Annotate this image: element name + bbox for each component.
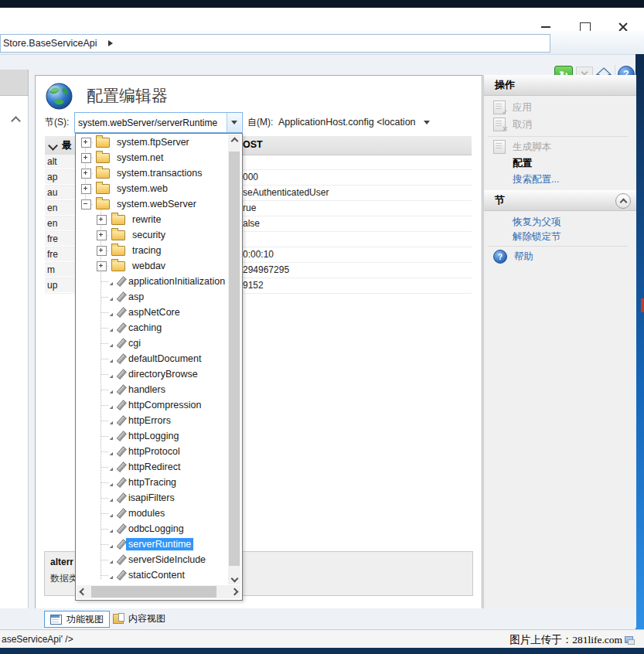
tree-item-defaultDocument[interactable]: defaultDocument (77, 351, 228, 366)
desktop-artifact (641, 298, 644, 312)
tree-item-label: serverSideInclude (126, 554, 208, 566)
section-group-header: 节 (484, 190, 636, 211)
section-pencil-icon (111, 445, 121, 458)
minimize-icon (541, 26, 550, 28)
unlock-section-link[interactable]: 解除锁定节 (513, 230, 561, 244)
expand-icon[interactable] (81, 138, 91, 148)
search-config-link[interactable]: 搜索配置... (513, 172, 559, 186)
tree-item-handlers[interactable]: handlers (77, 382, 228, 397)
scroll-up-button[interactable] (228, 135, 240, 147)
section-tree: system.ftpServersystem.netsystem.transac… (77, 135, 228, 584)
tree-item-label: staticContent (126, 569, 187, 581)
tree-item-label: httpCompression (126, 399, 204, 411)
expand-icon[interactable] (97, 230, 107, 240)
breadcrumb-arrow-icon[interactable] (108, 40, 113, 46)
scroll-up-icon[interactable] (11, 116, 21, 126)
apply-label: 应用 (513, 101, 532, 114)
search-config-label: 搜索配置... (513, 173, 559, 186)
section-pencil-icon (111, 399, 121, 411)
expand-icon[interactable] (97, 215, 107, 225)
tree-item-rewrite[interactable]: rewrite (77, 212, 228, 227)
tree-item-odbcLogging[interactable]: odbcLogging (77, 521, 228, 536)
tab-content-view[interactable]: 内容视图 (107, 611, 171, 626)
tree-item-system.net[interactable]: system.net (77, 150, 228, 165)
section-pencil-icon (111, 507, 121, 519)
watermark-icon (625, 636, 635, 645)
tree-item-system.transactions[interactable]: system.transactions (77, 165, 228, 181)
dropdown-horizontal-scrollbar[interactable] (77, 585, 240, 598)
connections-pane-header (0, 70, 29, 96)
tab-features-view[interactable]: 功能视图 (44, 611, 110, 628)
scrollbar-thumb[interactable] (229, 152, 240, 566)
tree-item-directoryBrowse[interactable]: directoryBrowse (77, 366, 228, 382)
tree-item-label: rewrite (130, 213, 164, 226)
scroll-left-button[interactable] (77, 585, 89, 598)
dropdown-vertical-scrollbar[interactable] (228, 135, 240, 584)
scrollbar-thumb[interactable] (91, 586, 216, 598)
tree-item-asp[interactable]: asp (77, 289, 228, 305)
tree-item-serverSideInclude[interactable]: serverSideInclude (77, 552, 228, 567)
tree-item-applicationInitialization[interactable]: applicationInitialization (77, 274, 228, 289)
tree-item-security[interactable]: security (77, 227, 228, 243)
collapse-section-button[interactable] (615, 193, 631, 209)
breadcrumb[interactable]: Store.BaseServiceApi (1, 38, 97, 49)
property-description-text: 数据类 (50, 572, 78, 585)
folder-icon (96, 184, 110, 194)
tree-item-aspNetCore[interactable]: aspNetCore (77, 305, 228, 320)
tree-item-system.ftpServer[interactable]: system.ftpServer (77, 135, 228, 150)
tree-item-staticContent[interactable]: staticContent (77, 567, 228, 583)
tree-item-httpRedirect[interactable]: httpRedirect (77, 459, 228, 475)
tree-item-label: system.webServer (114, 198, 199, 210)
tree-item-label: odbcLogging (126, 523, 186, 535)
generate-script-button: 生成脚本 (493, 140, 551, 154)
folder-icon (111, 246, 125, 256)
tree-item-webdav[interactable]: webdav (77, 258, 228, 274)
generate-script-label: 生成脚本 (513, 141, 551, 154)
tree-item-cgi[interactable]: cgi (77, 336, 228, 351)
address-bar[interactable]: Store.BaseServiceApi (0, 34, 550, 53)
collapse-icon[interactable] (81, 199, 91, 209)
section-pencil-icon (111, 492, 121, 504)
tree-item-httpLogging[interactable]: httpLogging (77, 428, 228, 444)
tree-item-caching[interactable]: caching (77, 320, 228, 336)
tree-item-system.webServer[interactable]: system.webServer (77, 196, 228, 212)
section-pencil-icon (111, 554, 121, 566)
expand-icon[interactable] (81, 153, 91, 163)
chevron-down-icon (231, 121, 237, 124)
section-pencil-icon (111, 337, 121, 349)
unlock-label: 解除锁定节 (513, 230, 561, 244)
expand-icon[interactable] (97, 261, 107, 271)
help-label: 帮助 (514, 250, 533, 264)
tree-item-httpProtocol[interactable]: httpProtocol (77, 444, 228, 459)
tree-item-label: caching (126, 322, 164, 334)
from-combobox[interactable]: ApplicationHost.config <location (278, 114, 430, 131)
section-combobox[interactable]: system.webServer/serverRuntime (74, 112, 243, 133)
section-pencil-icon (111, 476, 121, 489)
tree-item-serverRuntime[interactable]: serverRuntime (77, 536, 228, 552)
section-pencil-icon (111, 383, 121, 396)
tree-item-system.web[interactable]: system.web (77, 181, 228, 196)
section-pencil-icon (111, 523, 121, 535)
property-value: alse (243, 216, 260, 230)
tree-item-label: security (130, 229, 168, 241)
tree-item-label: system.ftpServer (114, 136, 192, 148)
tree-item-modules[interactable]: modules (77, 506, 228, 521)
folder-icon (111, 215, 125, 225)
section-combobox-dropdown-button[interactable] (227, 113, 241, 132)
scroll-right-button[interactable] (228, 585, 240, 598)
expand-icon[interactable] (97, 246, 107, 256)
config-header-label: 配置 (513, 157, 532, 170)
tree-item-httpTracing[interactable]: httpTracing (77, 475, 228, 490)
section-pencil-icon (111, 306, 121, 318)
help-link[interactable]: ? 帮助 (493, 250, 533, 264)
revert-to-parent-link[interactable]: 恢复为父项 (513, 215, 561, 229)
tree-item-tracing[interactable]: tracing (77, 243, 228, 258)
tree-item-isapiFilters[interactable]: isapiFilters (77, 490, 228, 506)
scroll-down-button[interactable] (228, 572, 240, 584)
tree-item-httpErrors[interactable]: httpErrors (77, 413, 228, 428)
collapse-group-icon[interactable] (48, 141, 58, 151)
expand-icon[interactable] (81, 184, 91, 194)
tree-item-httpCompression[interactable]: httpCompression (77, 397, 228, 413)
expand-icon[interactable] (81, 169, 91, 179)
tree-item-label: isapiFilters (126, 492, 177, 504)
